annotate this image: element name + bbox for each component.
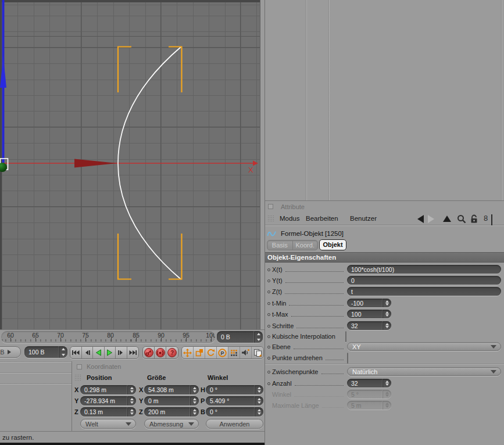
selected-object-row[interactable]: Formel-Objekt [1250] xyxy=(267,228,344,239)
position-x-field[interactable]: 0.298 m xyxy=(80,385,136,394)
yt-formula-input[interactable]: 0 xyxy=(347,276,501,285)
property-row-ebene: Ebene XY xyxy=(265,342,504,351)
tab-koord[interactable]: Koord. xyxy=(293,241,318,250)
panel-splitter[interactable] xyxy=(260,0,264,329)
world-system-dropdown[interactable]: Welt xyxy=(80,419,136,429)
viewport-scene[interactable] xyxy=(0,0,260,329)
panel-pin-icon[interactable] xyxy=(268,204,273,209)
position-y-field[interactable]: -278.934 m xyxy=(80,396,136,405)
sound-button[interactable] xyxy=(240,347,252,358)
size-x-field[interactable]: 54.308 m xyxy=(144,385,199,394)
anim-dot-icon[interactable] xyxy=(267,325,270,328)
schritte-input[interactable]: 32 xyxy=(347,321,391,330)
snap-settings-button[interactable] xyxy=(228,347,240,358)
ebene-dropdown[interactable]: XY xyxy=(347,342,501,351)
anim-dot-icon[interactable] xyxy=(267,268,270,271)
history-forward-icon[interactable] xyxy=(428,215,434,223)
kubische-interpolation-checkbox[interactable] xyxy=(345,331,346,342)
size-y-stepper[interactable] xyxy=(190,396,199,405)
tmin-input[interactable]: -100 xyxy=(347,299,391,307)
angle-p-field[interactable]: 5.409 ° xyxy=(206,396,263,405)
search-icon[interactable] xyxy=(457,214,466,226)
menu-bearbeiten[interactable]: Bearbeiten xyxy=(306,215,338,222)
anim-dot-icon[interactable] xyxy=(267,357,270,360)
panel-pin-icon[interactable] xyxy=(77,364,82,369)
angle-h-stepper[interactable] xyxy=(255,385,263,394)
origin-handle[interactable] xyxy=(0,163,7,172)
apply-button[interactable]: Anwenden xyxy=(206,419,263,429)
anim-dot-icon[interactable] xyxy=(267,302,270,305)
position-z-field[interactable]: 0.13 m xyxy=(80,407,136,417)
c4d-window: X 60 65 70 75 80 85 90 95 100 0 B 0 B 10… xyxy=(0,0,504,445)
keyframe-selection-button[interactable]: ? xyxy=(166,347,178,358)
anim-dot-icon[interactable] xyxy=(267,335,270,338)
parent-object-icon[interactable] xyxy=(443,216,451,222)
anim-dot-icon[interactable] xyxy=(267,313,270,316)
end-frame-stepper[interactable] xyxy=(254,331,263,343)
zwischenpunkte-dropdown[interactable]: Natürlich xyxy=(347,367,501,376)
link-mode-icon[interactable]: 8 xyxy=(484,214,488,222)
move-tool-button[interactable] xyxy=(182,347,194,358)
new-panel-icon[interactable] xyxy=(491,214,492,225)
size-x-stepper[interactable] xyxy=(190,385,199,394)
play-backward-button[interactable] xyxy=(93,347,105,358)
tmax-stepper[interactable] xyxy=(383,310,391,318)
angle-h-field[interactable]: 0 ° xyxy=(206,385,263,394)
schritte-stepper[interactable] xyxy=(383,321,391,330)
range-end-clipped-field[interactable]: 0 B xyxy=(0,346,21,358)
previous-key-button[interactable] xyxy=(82,347,94,358)
scale-tool-button[interactable] xyxy=(194,347,205,358)
angle-b-field[interactable]: 0 ° xyxy=(206,407,263,417)
current-frame-field[interactable]: 100 B xyxy=(24,346,67,358)
timeline-ruler[interactable]: 60 65 70 75 80 85 90 95 100 xyxy=(1,331,215,343)
xt-formula-input[interactable]: 100*cosh(t/100) xyxy=(347,265,501,274)
tab-basis[interactable]: Basis xyxy=(267,241,293,250)
section-header-objekt-eigenschaften[interactable]: Objekt-Eigenschaften xyxy=(265,252,504,263)
punkte-umdrehen-checkbox[interactable] xyxy=(347,353,348,364)
viewport-canvas[interactable]: X xyxy=(0,0,260,329)
panel-grip-icon[interactable] xyxy=(74,374,82,382)
tmin-value: -100 xyxy=(347,300,383,307)
menu-modus[interactable]: Modus xyxy=(280,215,300,222)
dotted-leader xyxy=(285,278,344,283)
anim-dot-icon[interactable] xyxy=(267,371,270,374)
layer-browser-button[interactable] xyxy=(252,347,263,358)
tmin-stepper[interactable] xyxy=(383,299,391,307)
record-position-button[interactable] xyxy=(143,347,155,358)
play-forward-button[interactable] xyxy=(105,347,116,358)
anzahl-input[interactable]: 32 xyxy=(347,379,391,387)
position-x-stepper[interactable] xyxy=(127,385,136,394)
panel-grip-icon[interactable] xyxy=(267,215,275,222)
goto-start-button[interactable] xyxy=(70,347,82,358)
angle-b-stepper[interactable] xyxy=(255,407,263,417)
position-y-stepper[interactable] xyxy=(127,396,136,405)
position-z-stepper[interactable] xyxy=(127,407,136,417)
autokey-button[interactable] xyxy=(155,347,166,358)
menu-benutzer[interactable]: Benutzer xyxy=(350,215,377,222)
size-z-stepper[interactable] xyxy=(190,407,199,417)
anim-dot-icon[interactable] xyxy=(267,290,270,293)
anim-dot-icon[interactable] xyxy=(267,346,270,349)
question-icon: ? xyxy=(167,348,177,357)
size-y-field[interactable]: 0 m xyxy=(144,396,199,405)
dotted-leader xyxy=(291,312,344,317)
tmax-input[interactable]: 100 xyxy=(347,310,391,318)
goto-end-button[interactable] xyxy=(127,347,139,358)
current-frame-stepper[interactable] xyxy=(59,346,67,358)
coordinate-system-button[interactable]: P xyxy=(217,347,228,358)
history-back-icon[interactable] xyxy=(417,215,424,223)
rotate-tool-button[interactable] xyxy=(205,347,217,358)
chevron-down-icon xyxy=(491,370,496,374)
anim-dot-icon[interactable] xyxy=(267,382,270,385)
lock-icon[interactable] xyxy=(470,214,478,226)
measure-mode-dropdown[interactable]: Abmessung xyxy=(144,419,199,429)
anim-dot-icon[interactable] xyxy=(267,279,270,282)
dotted-leader xyxy=(285,289,344,294)
angle-p-stepper[interactable] xyxy=(255,396,263,405)
anzahl-stepper[interactable] xyxy=(383,379,391,387)
tab-objekt[interactable]: Objekt xyxy=(319,239,346,250)
size-z-field[interactable]: 200 m xyxy=(144,407,199,417)
next-key-button[interactable] xyxy=(116,347,127,358)
zt-formula-input[interactable]: t xyxy=(347,287,501,296)
end-frame-field[interactable]: 0 B xyxy=(217,331,263,343)
